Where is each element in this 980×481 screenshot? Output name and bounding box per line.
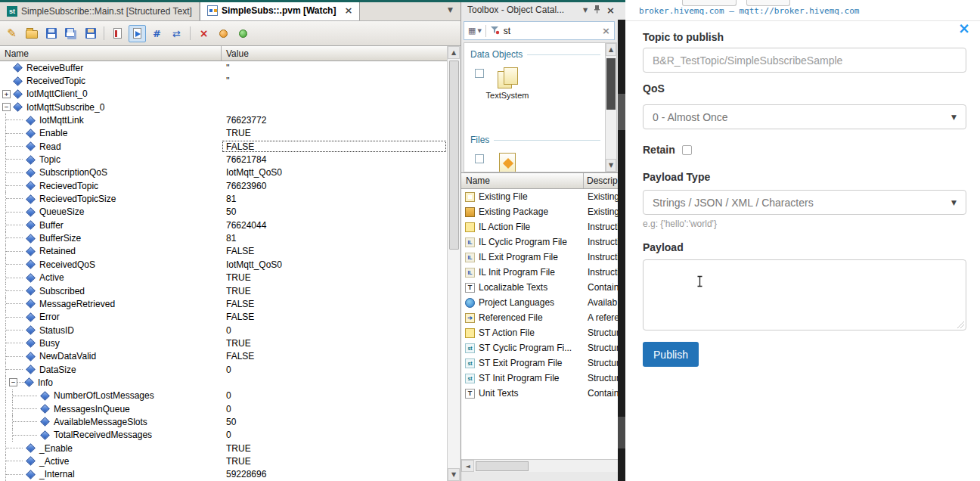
watch-row-value[interactable]: 0: [222, 402, 447, 415]
watch-row-value[interactable]: TRUE: [222, 337, 447, 349]
close-icon[interactable]: ×: [606, 5, 615, 16]
payload-textarea[interactable]: [643, 259, 966, 330]
toolbox-list-item[interactable]: ST Action FileStructur...: [461, 325, 618, 340]
catalog-item-textsystem[interactable]: TextSystem: [482, 67, 532, 100]
watch-row-value[interactable]: 0: [222, 389, 447, 402]
cutoff-button[interactable]: [682, 0, 737, 6]
topic-input[interactable]: B&R_TestTopic/SimpleSubscribeSample: [643, 48, 966, 73]
watch-row[interactable]: −Info: [0, 376, 447, 389]
tree-expander-icon[interactable]: −: [9, 378, 17, 386]
watch-row[interactable]: SubscribedTRUE: [0, 284, 447, 297]
tab-overflow-icon[interactable]: ▼: [448, 6, 453, 14]
toolbox-list-item[interactable]: TUnit TextsContain...: [461, 386, 618, 401]
watch-row[interactable]: TotalReceivedMessages0: [0, 429, 447, 442]
column-header-value[interactable]: Value: [222, 46, 447, 61]
watch-row-value[interactable]: 50: [222, 415, 447, 428]
watch-row[interactable]: RetainedFALSE: [0, 245, 447, 258]
watch-row-value[interactable]: TRUE: [222, 127, 447, 140]
watch-row[interactable]: _EnableTRUE: [0, 442, 447, 455]
search-input[interactable]: st: [504, 26, 598, 36]
payload-type-select[interactable]: Strings / JSON / XML / Characters ▼: [643, 190, 966, 215]
catalog-scrollbar[interactable]: ▲ ▼: [605, 42, 617, 172]
pin-icon[interactable]: [593, 5, 601, 16]
watch-row-value[interactable]: TRUE: [222, 284, 447, 297]
watch-row-value[interactable]: TRUE: [222, 442, 447, 455]
toolbox-list-item[interactable]: Existing FileExisting...: [461, 189, 618, 204]
toolbox-list-item[interactable]: ILIL Exit Program FileInstructi...: [461, 250, 618, 265]
remove-value-button[interactable]: [109, 25, 126, 42]
watch-row[interactable]: _ActiveTRUE: [0, 455, 447, 467]
toolbox-list-item[interactable]: ➔Referenced FileA refere...: [461, 310, 618, 325]
transfer-button[interactable]: ⇄: [168, 25, 185, 42]
scroll-down-icon[interactable]: ▼: [606, 159, 616, 172]
chevron-down-icon[interactable]: ▼: [583, 7, 588, 14]
run-button[interactable]: [234, 25, 252, 42]
toolbox-list-item[interactable]: stST Init Program FileStructur...: [461, 371, 618, 386]
watch-row[interactable]: NumberOfLostMessages0: [0, 389, 447, 402]
stop-button[interactable]: [215, 25, 232, 42]
watch-row-value[interactable]: 59228696: [222, 468, 447, 481]
watch-row-value[interactable]: '': [222, 74, 447, 87]
watch-row[interactable]: EnableTRUE: [0, 127, 447, 140]
watch-row[interactable]: NewDataValidFALSE: [0, 350, 447, 363]
watch-row-value[interactable]: [222, 101, 447, 113]
scrollbar-thumb[interactable]: [476, 461, 529, 471]
watch-row-value[interactable]: 76621784: [222, 153, 447, 166]
watch-row-value[interactable]: 0: [222, 429, 447, 442]
watch-vertical-scrollbar[interactable]: ▲ ▼: [447, 46, 460, 481]
force-button[interactable]: #: [148, 25, 166, 42]
watch-row-value[interactable]: 76623772: [222, 113, 447, 126]
tree-expander-icon[interactable]: +: [2, 90, 11, 98]
watch-row-value[interactable]: FALSE: [222, 140, 447, 153]
watch-row-value[interactable]: 0: [222, 363, 447, 376]
tab-watch-pvm[interactable]: SimpleSubs::.pvm [Watch] ×: [200, 0, 360, 20]
watch-row[interactable]: IotMqttLink76623772: [0, 113, 447, 126]
toolbox-list-item[interactable]: TLocalizable TextsContain...: [461, 280, 618, 295]
watch-row-value[interactable]: TRUE: [222, 272, 447, 284]
watch-row[interactable]: StatusID0: [0, 324, 447, 337]
publish-button[interactable]: Publish: [643, 342, 699, 367]
filter-icon[interactable]: [490, 24, 500, 38]
export-button[interactable]: [82, 25, 99, 42]
watch-row[interactable]: BusyTRUE: [0, 337, 447, 349]
clear-search-icon[interactable]: ×: [602, 25, 610, 36]
save-button[interactable]: [42, 25, 60, 42]
delete-button[interactable]: ×: [195, 25, 212, 42]
cutoff-button[interactable]: [746, 0, 790, 6]
catalog-item-file[interactable]: [482, 153, 532, 172]
horizontal-scrollbar[interactable]: ◄ ►: [461, 459, 618, 472]
toolbox-list-item[interactable]: stST Cyclic Program Fi...Structur...: [461, 340, 618, 355]
watch-row[interactable]: AvailableMessageSlots50: [0, 415, 447, 428]
close-publish-icon[interactable]: ×: [958, 22, 970, 34]
scroll-down-icon[interactable]: ▼: [448, 468, 460, 481]
watch-row[interactable]: QueueSize50: [0, 206, 447, 219]
watch-row-value[interactable]: 81: [222, 231, 447, 244]
scrollbar-thumb[interactable]: [606, 58, 616, 110]
view-mode-button[interactable]: ▦ ▼: [468, 26, 482, 36]
watch-row[interactable]: SubscriptionQoSIotMqtt_QoS0: [0, 166, 447, 179]
watch-row-value[interactable]: FALSE: [222, 350, 447, 363]
watch-row-value[interactable]: FALSE: [222, 245, 447, 258]
watch-row[interactable]: Topic76621784: [0, 153, 447, 166]
scroll-up-icon[interactable]: ▲: [448, 46, 460, 59]
watch-row[interactable]: _Internal59228696: [0, 468, 447, 481]
watch-row-value[interactable]: '': [222, 61, 447, 74]
watch-row-value[interactable]: 76623960: [222, 179, 447, 192]
watch-row[interactable]: BufferSize81: [0, 231, 447, 244]
toolbox-list-item[interactable]: ILIL Cyclic Program FileInstructi...: [461, 234, 618, 250]
column-header-name[interactable]: Name: [461, 173, 584, 188]
watch-row-value[interactable]: 0: [222, 324, 447, 337]
watch-row[interactable]: RecievedTopicSize81: [0, 192, 447, 205]
resize-grip[interactable]: [957, 321, 964, 328]
watch-row-value[interactable]: [222, 376, 447, 389]
watch-row-value[interactable]: IotMqtt_QoS0: [222, 258, 447, 271]
watch-row[interactable]: DataSize0: [0, 363, 447, 376]
watch-row-value[interactable]: FALSE: [222, 297, 447, 310]
watch-row-value[interactable]: [222, 88, 447, 101]
open-button[interactable]: [23, 25, 40, 42]
watch-row[interactable]: ReceivedQoSIotMqtt_QoS0: [0, 258, 447, 271]
watch-row-value[interactable]: IotMqtt_QoS0: [222, 166, 447, 179]
watch-row[interactable]: +IotMqttClient_0: [0, 88, 447, 101]
watch-row[interactable]: ReceivedTopic'': [0, 74, 447, 87]
toolbox-list-item[interactable]: IL Action FileInstructi...: [461, 219, 618, 234]
